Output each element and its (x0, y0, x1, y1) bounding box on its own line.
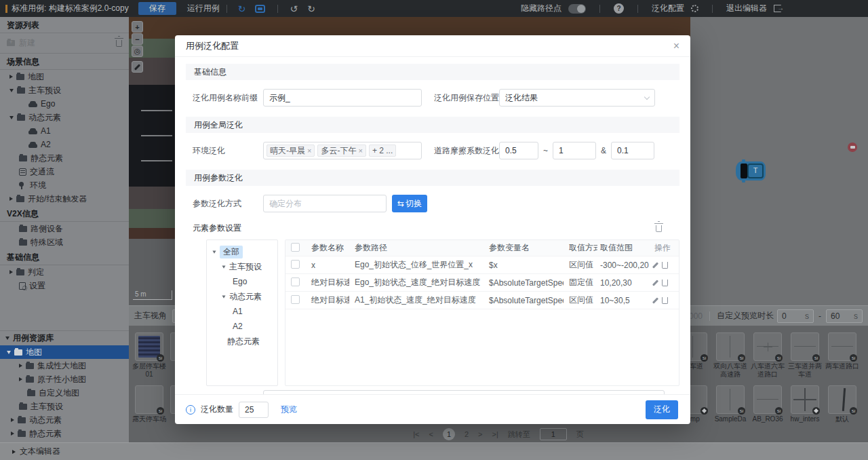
duration-to-input[interactable]: 60s (826, 309, 863, 323)
tree-item-ego[interactable]: Ego (207, 274, 277, 289)
sidebar-item-ego[interactable]: Ego (0, 97, 129, 111)
library-item-static[interactable]: 静态元素 (0, 427, 129, 440)
jump-page-input[interactable] (540, 428, 567, 440)
asset-card[interactable]: SI SampleDa (713, 385, 748, 426)
recenter-button[interactable]: ◎ (132, 45, 143, 57)
last-page-button[interactable]: >| (492, 430, 498, 438)
friction-to-input[interactable] (553, 142, 596, 159)
asset-card[interactable]: SI AB_RO36 (750, 385, 785, 426)
sidebar-item-roadside-devices[interactable]: 路侧设备 (0, 222, 129, 235)
gear-icon[interactable] (691, 5, 698, 12)
sidebar-item-a1[interactable]: A1 (0, 124, 129, 138)
trash-icon[interactable] (662, 297, 668, 304)
trash-icon[interactable] (116, 40, 122, 47)
asset-thumbnail[interactable] (791, 385, 819, 414)
help-icon[interactable]: ? (614, 3, 624, 14)
trash-icon[interactable] (662, 280, 668, 286)
asset-thumbnail[interactable]: SI (753, 385, 782, 414)
sidebar-item-map[interactable]: 地图 (0, 70, 129, 83)
sidebar-item-static-elements[interactable]: 静态元素 (0, 151, 129, 165)
run-case-button[interactable]: 运行用例 (187, 3, 220, 14)
generalize-button[interactable]: 泛化 (646, 400, 678, 419)
trash-icon[interactable] (662, 262, 668, 269)
asset-thumbnail[interactable]: SI (716, 332, 745, 361)
asset-card[interactable]: SI 默认 (825, 385, 860, 426)
sidebar-item-environment[interactable]: 环境 (0, 178, 129, 192)
library-item-dynamic[interactable]: 动态元素 (0, 413, 129, 427)
env-more-tag[interactable]: + 2 ... (369, 145, 396, 157)
exit-editor-button[interactable]: 退出编辑器 (726, 3, 767, 14)
sidebar-item-traffic-flow[interactable]: 交通流 (0, 165, 129, 178)
method-input[interactable] (263, 195, 387, 212)
camera-marker-icon[interactable] (848, 142, 857, 152)
env-tag[interactable]: 多云-下午× (317, 145, 366, 157)
friction-step-input[interactable] (611, 142, 654, 159)
edit-icon[interactable] (652, 297, 658, 303)
prev-page-button[interactable]: < (429, 430, 433, 438)
zoom-out-button[interactable]: − (132, 33, 143, 45)
asset-thumbnail[interactable]: SI (791, 332, 819, 361)
count-input[interactable] (239, 402, 269, 418)
library-item-big-maps[interactable]: 集成性大地图 (0, 359, 129, 372)
close-icon[interactable]: × (673, 41, 679, 52)
case-resource-library-header[interactable]: 用例资源库 (0, 330, 129, 345)
library-item-custom-maps[interactable]: 自定义地图 (0, 386, 129, 400)
undo-icon[interactable]: ↺ (290, 4, 298, 14)
select-all-checkbox[interactable] (291, 243, 300, 252)
sidebar-item-settings[interactable]: 设置 (0, 279, 129, 292)
exit-icon[interactable] (774, 5, 781, 12)
hide-waypoints-toggle[interactable] (568, 4, 586, 14)
row-checkbox[interactable] (291, 295, 300, 304)
asset-thumbnail[interactable]: SI (135, 332, 163, 361)
sidebar-item-ego-preset[interactable]: 主车预设 (0, 83, 129, 97)
zoom-in-button[interactable]: + (132, 21, 143, 33)
asset-thumbnail[interactable]: SI (716, 385, 745, 414)
page-1-current[interactable]: 1 (443, 428, 455, 440)
sidebar-item-a2[interactable]: A2 (0, 138, 129, 151)
asset-thumbnail[interactable]: SI (135, 385, 163, 414)
tree-item-dynamic[interactable]: 动态元素 (207, 289, 277, 304)
vehicle-focus-icon[interactable] (255, 5, 265, 13)
tree-item-static[interactable]: 静态元素 (207, 334, 277, 349)
trash-icon[interactable] (656, 225, 662, 232)
row-checkbox[interactable] (291, 277, 300, 286)
asset-thumbnail[interactable]: SI (828, 385, 856, 414)
duration-from-input[interactable]: 0s (777, 309, 814, 323)
asset-card[interactable]: hw_inters (787, 385, 823, 426)
text-editor-panel-header[interactable]: 文本编辑器 (0, 442, 868, 460)
page-2[interactable]: 2 (465, 430, 469, 438)
asset-card[interactable]: SI 八车道六车道路口 (750, 332, 785, 385)
asset-thumbnail[interactable]: SI (828, 332, 856, 361)
measure-button[interactable] (132, 61, 143, 73)
tree-item-ego-preset[interactable]: 主车预设 (207, 259, 277, 274)
ego-vehicle[interactable]: T (736, 161, 766, 180)
asset-thumbnail[interactable]: SI (753, 332, 782, 361)
environment-multiselect[interactable]: 晴天-早晨× 多云-下午× + 2 ... (263, 142, 422, 159)
library-item-ego-preset[interactable]: 主车预设 (0, 400, 129, 413)
sidebar-item-dynamic-elements[interactable]: 动态元素 (0, 111, 129, 124)
env-tag[interactable]: 晴天-早晨× (267, 145, 315, 157)
asset-card[interactable]: SI 两车道路口 (825, 332, 860, 385)
save-button[interactable]: 保存 (138, 2, 176, 15)
generalize-config-button[interactable]: 泛化配置 (652, 3, 684, 14)
edit-icon[interactable] (652, 262, 658, 268)
library-item-small-maps[interactable]: 原子性小地图 (0, 372, 129, 386)
tree-item-a1[interactable]: A1 (207, 304, 277, 319)
remove-tag-icon[interactable]: × (307, 147, 311, 155)
next-page-button[interactable]: > (478, 430, 482, 438)
tree-item-all[interactable]: 全部 (207, 244, 277, 259)
save-location-select[interactable]: 泛化结果 (499, 89, 655, 107)
asset-card[interactable]: SI 露天停车场 (132, 385, 167, 426)
sidebar-item-special-zones[interactable]: 特殊区域 (0, 235, 129, 249)
edit-icon[interactable] (652, 280, 658, 286)
library-item-map-selected[interactable]: 地图 (0, 345, 129, 359)
friction-from-input[interactable] (499, 142, 538, 159)
sidebar-item-triggers[interactable]: 开始/结束触发器 (0, 192, 129, 206)
new-resource-button[interactable]: 新建 (0, 33, 129, 54)
remove-tag-icon[interactable]: × (358, 147, 362, 155)
asset-card[interactable]: SI 三车道并两车道 (787, 332, 823, 385)
asset-card[interactable]: SI 双向八车道高速路 (713, 332, 748, 385)
sidebar-item-judgement[interactable]: 判定 (0, 265, 129, 279)
prefix-input[interactable] (263, 89, 422, 107)
first-page-button[interactable]: |< (413, 430, 419, 438)
